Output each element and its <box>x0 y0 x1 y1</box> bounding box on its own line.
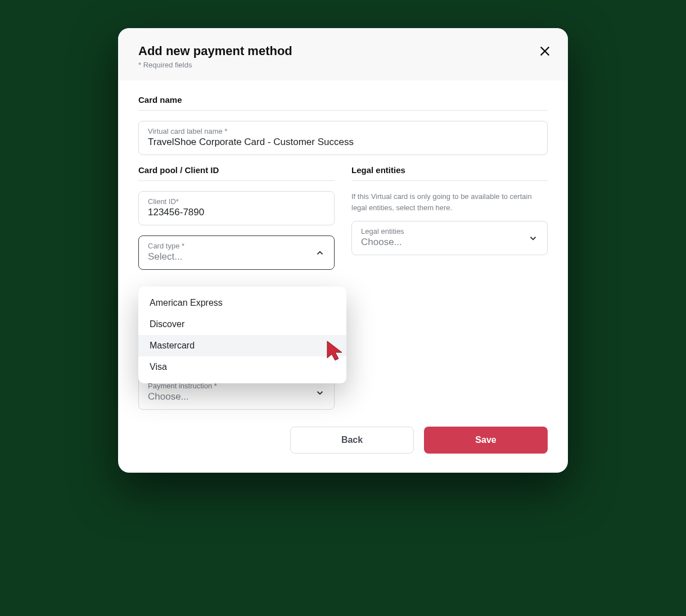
card-type-option-mastercard[interactable]: Mastercard <box>138 335 346 356</box>
payment-instruction-value: Choose... <box>148 391 325 402</box>
back-button[interactable]: Back <box>290 427 414 454</box>
modal-header: Add new payment method * Required fields <box>118 28 568 80</box>
legal-entities-select-label: Legal entities <box>361 227 538 235</box>
chevron-up-icon <box>315 248 325 258</box>
client-id-value: 123456-7890 <box>148 207 325 218</box>
card-type-option-discover[interactable]: Discover <box>138 314 346 335</box>
modal-footer: Back Save <box>118 427 568 473</box>
card-name-section-title: Card name <box>138 95 548 111</box>
card-label-caption: Virtual card label name * <box>148 127 538 135</box>
card-type-select[interactable]: Card type * Select... <box>138 235 335 270</box>
modal-title: Add new payment method <box>138 44 548 58</box>
payment-method-modal: Add new payment method * Required fields… <box>118 28 568 473</box>
legal-entities-select-value: Choose... <box>361 237 538 248</box>
required-fields-note: * Required fields <box>138 61 548 69</box>
card-type-value: Select... <box>148 251 325 262</box>
chevron-down-icon <box>315 388 325 398</box>
card-label-field[interactable]: Virtual card label name * TravelShoe Cor… <box>138 121 548 155</box>
legal-entities-column: Legal entities If this Virtual card is o… <box>351 165 548 410</box>
card-type-option-amex[interactable]: American Express <box>138 292 346 314</box>
card-label-value: TravelShoe Corporate Card - Customer Suc… <box>148 137 538 148</box>
legal-entities-section-title: Legal entities <box>351 165 548 181</box>
card-type-label: Card type * <box>148 242 325 250</box>
legal-entities-select[interactable]: Legal entities Choose... <box>351 221 548 255</box>
chevron-down-icon <box>528 233 538 243</box>
card-type-dropdown: American Express Discover Mastercard Vis… <box>138 287 346 383</box>
legal-entities-help: If this Virtual card is only going to be… <box>351 191 548 213</box>
close-icon <box>539 45 551 57</box>
close-button[interactable] <box>536 43 553 60</box>
card-pool-section-title: Card pool / Client ID <box>138 165 335 181</box>
card-type-option-visa[interactable]: Visa <box>138 356 346 378</box>
client-id-label: Client ID* <box>148 197 325 206</box>
client-id-field[interactable]: Client ID* 123456-7890 <box>138 191 335 225</box>
save-button[interactable]: Save <box>424 427 548 454</box>
